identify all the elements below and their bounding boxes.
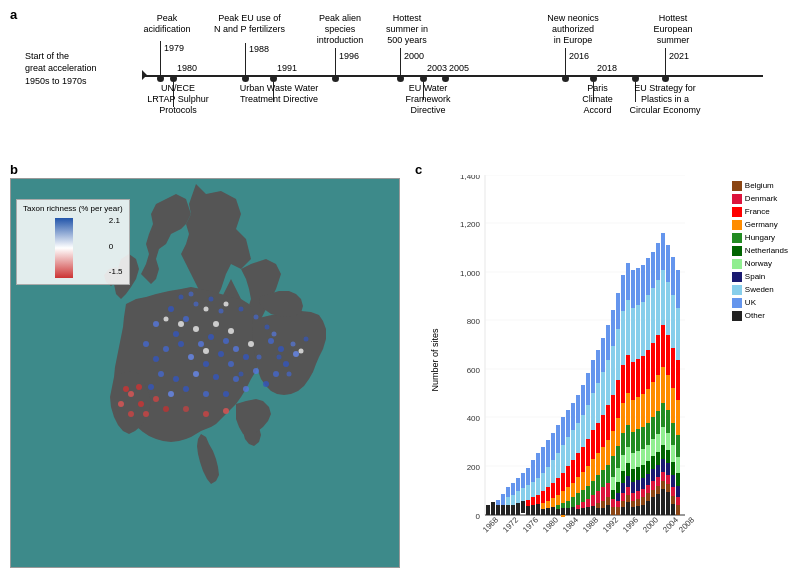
svg-rect-296 — [646, 501, 650, 515]
svg-point-63 — [277, 355, 282, 360]
svg-rect-96 — [501, 505, 505, 515]
svg-text:0: 0 — [476, 512, 481, 521]
svg-text:800: 800 — [467, 317, 481, 326]
svg-point-46 — [143, 411, 149, 417]
europe-map: Taxon richness (% per year) 2.1 0 -1.5 — [10, 178, 400, 568]
chart-plot-area: 0 200 400 600 800 1,000 1,200 1,400 — [460, 175, 695, 550]
svg-rect-203 — [601, 508, 605, 515]
svg-point-10 — [143, 341, 149, 347]
svg-rect-187 — [591, 506, 595, 515]
svg-text:1,000: 1,000 — [460, 269, 481, 278]
svg-rect-307 — [651, 497, 655, 515]
svg-rect-120 — [536, 504, 540, 515]
svg-point-73 — [272, 332, 277, 337]
svg-point-21 — [233, 376, 239, 382]
legend-item-hungary: Hungary — [732, 232, 788, 244]
svg-point-51 — [183, 406, 189, 412]
svg-rect-285 — [641, 505, 645, 515]
svg-point-30 — [243, 386, 249, 392]
legend-item-france: France — [732, 206, 788, 218]
svg-text:600: 600 — [467, 366, 481, 375]
svg-point-70 — [239, 307, 244, 312]
svg-point-32 — [273, 371, 279, 377]
panel-c: c Number of sites 0 200 400 600 800 1,00… — [415, 160, 790, 580]
y-axis-label-container: Number of sites — [415, 175, 455, 545]
svg-point-62 — [291, 342, 296, 347]
svg-point-72 — [265, 325, 270, 330]
y-axis-label: Number of sites — [430, 328, 440, 391]
svg-rect-153 — [566, 508, 570, 515]
svg-point-36 — [268, 338, 274, 344]
svg-point-42 — [248, 341, 254, 347]
svg-point-48 — [128, 411, 134, 417]
svg-point-9 — [153, 356, 159, 362]
svg-point-18 — [243, 354, 249, 360]
svg-point-50 — [123, 386, 129, 392]
svg-point-67 — [189, 292, 194, 297]
svg-point-14 — [218, 351, 224, 357]
legend-labels: 2.1 0 -1.5 — [109, 216, 123, 276]
svg-point-45 — [128, 391, 134, 397]
svg-rect-241 — [621, 507, 625, 515]
svg-rect-105 — [516, 503, 520, 515]
legend-item-spain: Spain — [732, 271, 788, 283]
svg-text:1972: 1972 — [501, 515, 520, 534]
svg-point-54 — [136, 384, 142, 390]
svg-point-19 — [193, 371, 199, 377]
svg-rect-166 — [576, 509, 580, 515]
svg-point-16 — [203, 361, 209, 367]
svg-rect-104 — [516, 491, 520, 505]
svg-point-43 — [153, 396, 159, 402]
svg-point-65 — [287, 372, 292, 377]
svg-rect-108 — [521, 501, 525, 513]
svg-point-39 — [213, 321, 219, 327]
legend-item-sweden: Sweden — [732, 284, 788, 296]
svg-point-47 — [163, 406, 169, 412]
svg-rect-340 — [666, 492, 670, 515]
svg-point-13 — [223, 338, 229, 344]
svg-point-40 — [228, 328, 234, 334]
svg-point-4 — [173, 331, 179, 337]
svg-rect-351 — [671, 504, 675, 515]
svg-point-24 — [158, 371, 164, 377]
legend-item-netherlands: Netherlands — [732, 245, 788, 257]
svg-rect-159 — [571, 507, 575, 515]
svg-rect-180 — [586, 507, 590, 515]
svg-marker-0 — [97, 70, 147, 80]
legend-min: -1.5 — [109, 267, 123, 276]
legend-item-norway: Norway — [732, 258, 788, 270]
svg-point-34 — [293, 351, 299, 357]
svg-text:2004: 2004 — [661, 515, 680, 534]
panel-b-label: b — [10, 162, 18, 177]
legend-item-germany: Germany — [732, 219, 788, 231]
svg-point-68 — [209, 297, 214, 302]
svg-point-55 — [194, 302, 199, 307]
svg-point-41 — [203, 348, 209, 354]
svg-point-27 — [183, 386, 189, 392]
svg-text:1984: 1984 — [561, 515, 580, 534]
svg-point-31 — [263, 381, 269, 387]
legend-max: 2.1 — [109, 216, 123, 225]
svg-text:400: 400 — [467, 414, 481, 423]
svg-point-56 — [204, 307, 209, 312]
svg-rect-252 — [626, 502, 630, 515]
svg-rect-107 — [521, 488, 525, 503]
svg-rect-361 — [676, 505, 680, 515]
svg-rect-135 — [551, 507, 555, 515]
svg-point-25 — [148, 384, 154, 390]
svg-point-7 — [178, 341, 184, 347]
panel-a-label: a — [10, 7, 17, 22]
panel-a: a Start of the great acceleration 1950s … — [10, 5, 780, 160]
svg-rect-99 — [506, 505, 510, 515]
svg-point-23 — [173, 376, 179, 382]
legend-item-denmark: Denmark — [732, 193, 788, 205]
timeline-line — [143, 75, 763, 77]
svg-point-5 — [153, 321, 159, 327]
svg-rect-94 — [496, 505, 500, 515]
svg-point-8 — [188, 354, 194, 360]
svg-text:2000: 2000 — [641, 515, 660, 534]
svg-text:1980: 1980 — [541, 515, 560, 534]
svg-point-66 — [179, 295, 184, 300]
svg-rect-92 — [491, 502, 495, 515]
svg-point-58 — [164, 317, 169, 322]
